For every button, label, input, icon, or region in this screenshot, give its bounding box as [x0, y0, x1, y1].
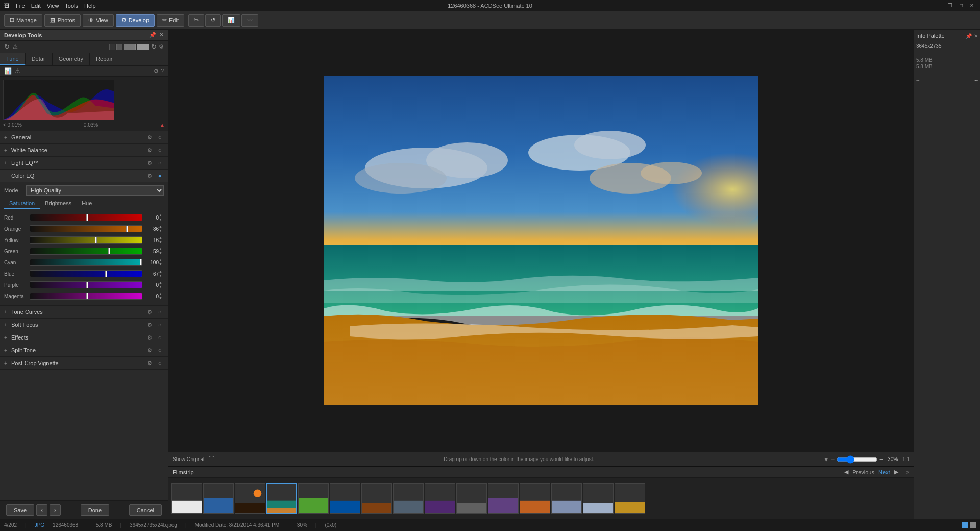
reset-icon[interactable]: ○ [156, 308, 164, 316]
menu-edit[interactable]: Edit [31, 3, 41, 9]
thumb-5[interactable] [298, 483, 329, 514]
tab-geometry[interactable]: Geometry [53, 53, 90, 65]
gear-icon[interactable]: ⚙ [145, 133, 154, 141]
slider-track[interactable] [30, 259, 142, 266]
spinner[interactable]: ▲▼ [159, 225, 164, 233]
filmstrip-close-button[interactable]: × [906, 469, 910, 475]
clipping-triangle[interactable]: ▲ [160, 122, 165, 128]
slider-track[interactable] [30, 236, 142, 244]
gear-icon[interactable]: ⚙ [145, 321, 154, 329]
thumb-13[interactable] [551, 483, 582, 514]
thumb-7[interactable] [361, 483, 392, 514]
slider-track[interactable] [30, 293, 142, 300]
menu-view[interactable]: View [47, 3, 59, 9]
image-container[interactable] [168, 30, 914, 452]
thumb-10[interactable] [456, 483, 487, 514]
gear-icon[interactable]: ⚙ [145, 172, 154, 180]
manage-button[interactable]: ⊞ Manage [4, 14, 42, 27]
section-split-tone[interactable]: + Split Tone ⚙ ○ [0, 344, 168, 357]
section-color-eq[interactable]: − Color EQ ⚙ ● [0, 170, 168, 182]
thumb-6[interactable] [330, 483, 360, 514]
section-light-eq[interactable]: + Light EQ™ ⚙ ○ [0, 157, 168, 170]
slider-track[interactable] [30, 248, 142, 255]
reset-icon[interactable]: ○ [156, 321, 164, 329]
gear-icon[interactable]: ⚙ [145, 146, 154, 154]
next-button[interactable]: › [50, 504, 61, 516]
section-general[interactable]: + General ⚙ ○ [0, 131, 168, 144]
section-tone-curves[interactable]: + Tone Curves ⚙ ○ [0, 306, 168, 319]
section-post-crop[interactable]: + Post-Crop Vignette ⚙ ○ [0, 357, 168, 370]
refresh-icon[interactable]: ↻ [4, 43, 10, 51]
gear-icon[interactable]: ⚙ [145, 346, 154, 354]
spinner[interactable]: ▲▼ [159, 247, 164, 255]
spinner[interactable]: ▲▼ [159, 258, 164, 267]
close-button[interactable]: ✕ [968, 3, 976, 8]
tab-repair[interactable]: Repair [90, 53, 119, 65]
slider-track[interactable] [30, 281, 142, 288]
thumb-9[interactable] [425, 483, 455, 514]
panel-close-button[interactable]: ✕ [159, 32, 164, 38]
section-soft-focus[interactable]: + Soft Focus ⚙ ○ [0, 319, 168, 331]
zoom-slider[interactable] [837, 455, 877, 464]
reset-icon[interactable]: ○ [156, 359, 164, 367]
info-pin-icon[interactable]: 📌 [966, 33, 972, 39]
view-button[interactable]: 👁 View [83, 14, 114, 27]
gear-icon[interactable]: ⚙ [145, 308, 154, 316]
reset-icon[interactable]: ○ [156, 333, 164, 342]
fullscreen-icon[interactable]: ⛶ [208, 456, 214, 463]
done-button[interactable]: Done [81, 504, 109, 516]
spinner[interactable]: ▲▼ [159, 270, 164, 278]
zoom-ratio-button[interactable]: 1:1 [902, 456, 910, 462]
thumb-8[interactable] [393, 483, 424, 514]
info-close-icon[interactable]: ✕ [974, 33, 978, 39]
spinner[interactable]: ▲▼ [159, 281, 164, 289]
zoom-out-button[interactable]: − [831, 456, 835, 463]
toolbar-extra2[interactable]: ↺ [205, 14, 221, 27]
next-arrow[interactable]: ▶ [894, 469, 898, 475]
thumb-15[interactable] [615, 483, 645, 514]
next-label[interactable]: Next [878, 469, 890, 475]
zoom-dropdown-icon[interactable]: ▼ [823, 456, 829, 463]
menu-tools[interactable]: Tools [65, 3, 78, 9]
pin-button[interactable]: 📌 [149, 32, 156, 38]
sync-button[interactable]: ↻ [151, 43, 157, 51]
spinner[interactable]: ▲▼ [159, 292, 164, 300]
hist-info-icon[interactable]: ? [161, 68, 164, 74]
save-button[interactable]: Save [6, 504, 34, 516]
settings-icon[interactable]: ⚙ [159, 43, 164, 50]
slider-track[interactable] [30, 225, 142, 232]
tab-detail[interactable]: Detail [26, 53, 53, 65]
toolbar-wave[interactable]: 〰 [241, 14, 258, 27]
thumb-12[interactable] [520, 483, 550, 514]
panel-controls[interactable]: 📌 ✕ [149, 32, 164, 38]
thumb-11[interactable] [488, 483, 519, 514]
gear-icon[interactable]: ⚙ [145, 159, 154, 167]
thumb-14[interactable] [583, 483, 614, 514]
thumb-1[interactable] [172, 483, 202, 514]
hist-settings-icon[interactable]: ⚙ [154, 68, 159, 75]
window-controls[interactable]: — ❐ □ ✕ [934, 3, 976, 8]
spinner[interactable]: ▲▼ [159, 213, 164, 222]
reset-icon[interactable]: ○ [156, 133, 164, 141]
clipping-icon[interactable]: ⚠ [15, 67, 20, 75]
tab-tune[interactable]: Tune [0, 53, 26, 65]
menu-file[interactable]: File [16, 3, 25, 9]
restore-button[interactable]: ❐ [946, 3, 954, 8]
histogram-icon[interactable]: 📊 [4, 67, 12, 75]
thumb-4[interactable] [266, 483, 297, 514]
gear-icon[interactable]: ⚙ [145, 333, 154, 342]
reset-icon[interactable]: ○ [156, 146, 164, 154]
thumb-2[interactable] [203, 483, 234, 514]
section-white-balance[interactable]: + White Balance ⚙ ○ [0, 144, 168, 157]
sub-tab-brightness[interactable]: Brightness [40, 199, 77, 209]
cancel-button[interactable]: Cancel [129, 504, 162, 516]
toolbar-extra1[interactable]: ✂ [188, 14, 204, 27]
menu-help[interactable]: Help [84, 3, 96, 9]
reset-icon-active[interactable]: ● [156, 172, 164, 180]
spinner[interactable]: ▲▼ [159, 236, 164, 244]
maximize-button[interactable]: □ [958, 3, 965, 8]
section-effects[interactable]: + Effects ⚙ ○ [0, 331, 168, 344]
sub-tab-saturation[interactable]: Saturation [4, 199, 40, 209]
develop-button[interactable]: ⚙ Develop [116, 14, 155, 27]
gear-icon[interactable]: ⚙ [145, 359, 154, 367]
